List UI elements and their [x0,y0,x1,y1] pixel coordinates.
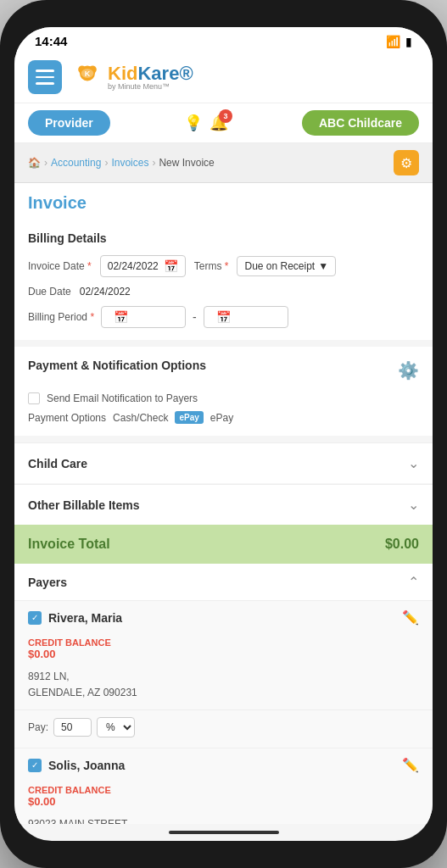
menu-line-2 [36,76,54,79]
provider-button[interactable]: Provider [28,110,110,136]
phone-frame: 14:44 📶 ▮ K [0,0,447,868]
payer-1-left: ✓ Rivera, Maria [28,611,122,625]
payment-options-icon: ⚙️ [398,360,419,381]
menu-line-1 [36,70,54,72]
other-billable-label: Other Billable Items [28,498,139,512]
payment-header: Payment & Notification Options ⚙️ [28,359,419,382]
logo-area: K KidKare® by Minute Menu™ [72,62,193,92]
epay-label-text: ePay [210,412,233,424]
payer-2-checkbox[interactable]: ✓ [28,759,42,772]
logo-icon: K [72,62,103,92]
payer-row-1: ✓ Rivera, Maria ✏️ [14,601,433,634]
invoice-total-bar: Invoice Total $0.00 [14,525,433,564]
billing-details-section: Billing Details Invoice Date * 02/24/202… [14,220,433,340]
send-email-row: Send Email Notification to Payers [28,392,419,404]
payer-1-credit-label: CREDIT BALANCE [14,634,433,648]
epay-badge[interactable]: ePay [175,411,203,424]
logo-kare: Kare [137,63,179,84]
status-icons: 📶 ▮ [386,35,412,48]
calendar-icon: 📅 [164,259,178,273]
terms-chevron: ▼ [318,260,328,272]
payer-1-edit-icon[interactable]: ✏️ [402,609,419,626]
payer-row-2: ✓ Solis, Joanna ✏️ [14,748,433,782]
payers-chevron-up: ⌃ [408,574,419,590]
child-care-label: Child Care [28,457,87,470]
period-dash: - [193,310,197,324]
payer-2-credit-label: CREDIT BALANCE [14,782,433,795]
payment-options-row: Payment Options Cash/Check ePay ePay [28,411,419,424]
billing-period-row: Billing Period * 📅 - 📅 [28,306,419,328]
settings-button[interactable]: ⚙ [394,150,419,175]
breadcrumb-current: New Invoice [159,157,214,169]
terms-value: Due on Receipt [244,260,315,272]
invoice-date-input[interactable]: 02/24/2022 📅 [100,255,186,277]
payer-1-credit-amount: $0.00 [14,648,433,665]
other-billable-chevron: ⌄ [408,497,419,513]
childcare-button[interactable]: ABC Childcare [302,110,419,136]
payment-title: Payment & Notification Options [28,359,206,372]
svg-text:K: K [85,70,91,78]
invoice-total-amount: $0.00 [385,537,419,552]
billing-details-title: Billing Details [28,231,419,245]
payer-2-edit-icon[interactable]: ✏️ [402,757,419,773]
billing-period-label: Billing Period * [28,311,94,323]
app-header: K KidKare® by Minute Menu™ [14,52,433,103]
home-indicator [169,831,279,834]
child-care-row[interactable]: Child Care ⌄ [14,442,433,483]
payment-options-label: Payment Options [28,412,106,424]
payer-1-pay-row: Pay: % $ [14,709,433,748]
breadcrumb-bar: 🏠 › Accounting › Invoices › New Invoice … [14,143,433,183]
due-date-label: Due Date [28,286,71,298]
terms-label: Terms * [194,260,229,272]
send-email-label: Send Email Notification to Payers [47,392,198,404]
send-email-checkbox[interactable] [28,392,40,404]
payer-1-address: 8912 LN,GLENDALE, AZ 090231 [14,665,433,709]
payer-1-pay-unit[interactable]: % $ [97,717,135,737]
breadcrumb-sep-2: › [104,157,108,169]
payer-2-name: Solis, Joanna [48,759,125,772]
battery-icon: ▮ [405,35,412,48]
payer-2-address: 93023 MAIN STREETATLANTA, GA 2903 [14,813,433,824]
breadcrumb: 🏠 › Accounting › Invoices › New Invoice [28,157,215,169]
other-billable-row[interactable]: Other Billable Items ⌄ [14,484,433,525]
breadcrumb-home[interactable]: 🏠 [28,157,41,169]
payers-title: Payers [28,576,67,589]
breadcrumb-invoices[interactable]: Invoices [111,157,148,169]
required-star: * [87,260,92,272]
payer-card-1: ✓ Rivera, Maria ✏️ CREDIT BALANCE $0.00 … [14,601,433,748]
payers-section: Payers ⌃ ✓ Rivera, Maria ✏️ CREDIT BALAN… [14,564,433,824]
nav-bar: Provider 💡 🔔 3 ABC Childcare [14,103,433,143]
payer-2-credit-amount: $0.00 [14,795,433,813]
payer-1-pay-input[interactable] [53,718,92,737]
icon-area: 💡 🔔 3 [184,114,228,132]
menu-button[interactable] [28,60,62,94]
invoice-date-row: Invoice Date * 02/24/2022 📅 Terms * Due … [28,255,419,277]
invoice-date-label: Invoice Date * [28,260,92,272]
phone-screen: 14:44 📶 ▮ K [14,27,433,841]
payer-1-pay-label: Pay: [28,721,48,733]
gear-icon: ⚙ [400,155,412,171]
logo-kid: Kid [108,63,137,84]
menu-line-3 [36,82,54,85]
status-time: 14:44 [35,34,67,48]
payer-1-checkbox[interactable]: ✓ [28,611,42,625]
bulb-icon[interactable]: 💡 [184,114,203,132]
logo-text: KidKare® by Minute Menu™ [108,64,193,91]
terms-select[interactable]: Due on Receipt ▼ [237,256,336,276]
payer-1-name: Rivera, Maria [48,611,122,625]
invoice-total-label: Invoice Total [28,537,110,552]
payer-2-left: ✓ Solis, Joanna [28,759,125,772]
nav-left: Provider [28,110,110,136]
wifi-icon: 📶 [386,35,400,48]
main-content: Invoice Billing Details Invoice Date * 0… [14,183,433,824]
billing-period-end[interactable]: 📅 [204,306,288,328]
payer-card-2: ✓ Solis, Joanna ✏️ CREDIT BALANCE $0.00 … [14,748,433,824]
breadcrumb-sep-3: › [152,157,155,169]
breadcrumb-accounting[interactable]: Accounting [51,157,101,169]
billing-period-start[interactable]: 📅 [101,306,186,328]
payment-cash-check: Cash/Check [113,412,168,424]
notification-badge: 3 [219,109,232,123]
due-date-row: Due Date 02/24/2022 [28,286,419,298]
notification-wrapper[interactable]: 🔔 3 [210,114,228,132]
period-end-cal-icon: 📅 [216,310,231,324]
